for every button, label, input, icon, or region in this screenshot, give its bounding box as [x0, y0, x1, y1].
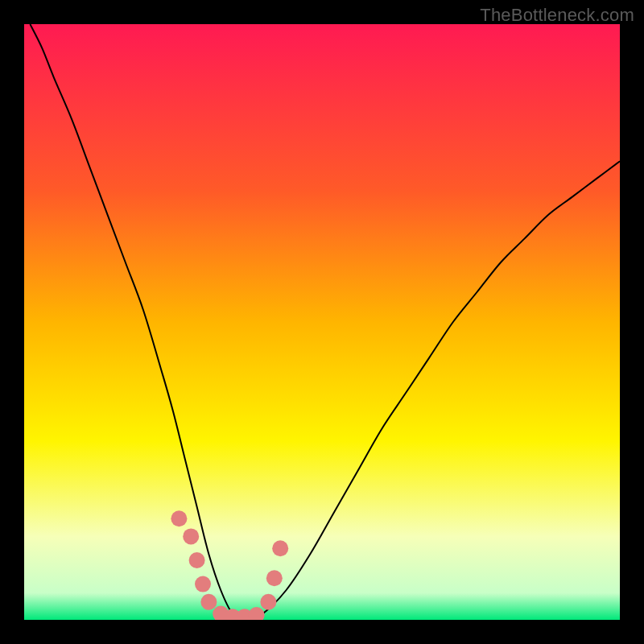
- trough-dot: [249, 607, 265, 620]
- trough-dot: [272, 540, 288, 556]
- trough-dots: [171, 510, 288, 620]
- watermark: TheBottleneck.com: [480, 5, 634, 26]
- chart-svg: [24, 24, 620, 620]
- trough-dot: [171, 510, 187, 526]
- valley-curve: [30, 24, 620, 620]
- trough-dot: [200, 594, 217, 610]
- trough-dot: [189, 552, 205, 568]
- trough-dot: [195, 576, 211, 592]
- trough-dot: [183, 528, 199, 544]
- trough-dot: [260, 594, 276, 610]
- plot-frame: [24, 24, 620, 620]
- trough-dot: [266, 570, 283, 586]
